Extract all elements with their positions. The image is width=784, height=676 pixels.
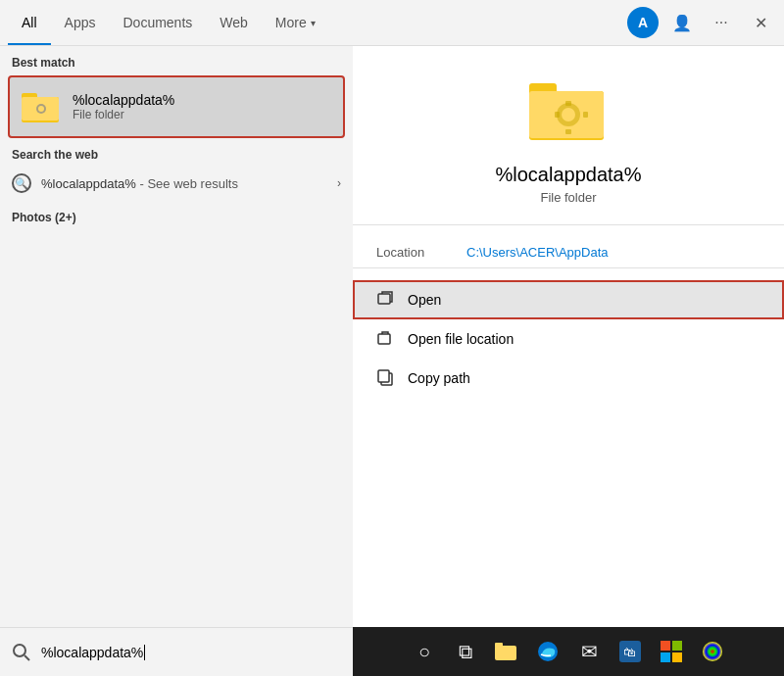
- svg-rect-11: [565, 129, 571, 134]
- divider: [353, 224, 784, 225]
- location-label: Location: [376, 245, 455, 260]
- header-controls: A 👤 ··· ✕: [627, 7, 776, 38]
- tab-all[interactable]: All: [8, 0, 51, 45]
- svg-line-19: [24, 655, 29, 660]
- svg-point-9: [562, 108, 575, 121]
- result-title: %localappdata%: [496, 164, 642, 186]
- taskbar-mail-icon[interactable]: ✉: [571, 634, 607, 669]
- taskbar-tiles-icon[interactable]: [654, 634, 689, 669]
- taskbar: ○ ⧉ ✉ 🛍: [353, 627, 784, 676]
- copy-path-button[interactable]: Copy path: [353, 359, 784, 398]
- left-panel: Best match %localappdata%: [0, 46, 353, 676]
- open-file-location-button[interactable]: Open file location: [353, 319, 784, 359]
- result-subtitle: File folder: [540, 190, 596, 205]
- location-value[interactable]: C:\Users\ACER\AppData: [466, 245, 609, 260]
- person-icon[interactable]: 👤: [666, 7, 698, 38]
- taskbar-taskview-icon[interactable]: ⧉: [448, 634, 483, 669]
- divider2: [353, 267, 784, 268]
- taskbar-folder-icon[interactable]: [489, 634, 524, 669]
- open-file-location-icon: [376, 329, 396, 349]
- svg-rect-10: [565, 101, 571, 106]
- svg-point-4: [38, 106, 44, 112]
- svg-point-29: [703, 642, 722, 661]
- svg-text:🛍: 🛍: [623, 645, 636, 659]
- svg-rect-15: [378, 334, 390, 344]
- taskbar-store-icon[interactable]: 🛍: [612, 634, 648, 669]
- copy-path-label: Copy path: [408, 370, 470, 386]
- best-match-subtitle: File folder: [73, 108, 174, 121]
- best-match-label: Best match: [0, 46, 353, 75]
- tab-documents[interactable]: Documents: [109, 0, 206, 45]
- tab-bar: All Apps Documents Web More ▾ A 👤 ··· ✕: [0, 0, 784, 46]
- best-match-title: %localappdata%: [73, 92, 174, 108]
- search-icon: 🔍: [12, 173, 31, 193]
- cursor: [144, 645, 145, 660]
- more-dots-button[interactable]: ···: [706, 7, 737, 38]
- svg-rect-13: [583, 112, 588, 118]
- svg-rect-27: [661, 652, 670, 662]
- open-icon: [376, 290, 396, 310]
- avatar[interactable]: A: [627, 7, 659, 38]
- open-file-location-label: Open file location: [408, 331, 514, 347]
- svg-rect-21: [495, 643, 503, 648]
- search-icon-bottom: [12, 643, 31, 662]
- svg-rect-20: [495, 646, 516, 660]
- folder-gear-icon: [22, 89, 61, 124]
- chevron-right-icon: ›: [337, 176, 341, 190]
- svg-rect-17: [378, 370, 389, 382]
- svg-rect-14: [378, 294, 390, 304]
- best-match-text: %localappdata% File folder: [73, 92, 174, 121]
- web-result-text: %localappdata% - See web results: [41, 176, 337, 191]
- location-row: Location C:\Users\ACER\AppData: [353, 237, 784, 267]
- photos-label: Photos (2+): [0, 201, 353, 228]
- taskbar-edge-icon[interactable]: [530, 634, 565, 669]
- open-button[interactable]: Open: [353, 280, 784, 319]
- content-area: Best match %localappdata%: [0, 46, 784, 676]
- search-query: %localappdata%: [41, 645, 143, 660]
- tab-more[interactable]: More ▾: [262, 0, 329, 45]
- right-panel: %localappdata% File folder Location C:\U…: [353, 46, 784, 676]
- search-bar: %localappdata%: [0, 627, 353, 676]
- svg-rect-28: [672, 652, 682, 662]
- tab-web[interactable]: Web: [206, 0, 262, 45]
- result-folder-icon: [529, 75, 608, 144]
- svg-rect-12: [555, 112, 560, 118]
- web-result-item[interactable]: 🔍 %localappdata% - See web results ›: [0, 166, 353, 201]
- search-web-label: Search the web: [0, 138, 353, 166]
- best-match-item[interactable]: %localappdata% File folder: [8, 75, 345, 138]
- folder-icon: [22, 87, 61, 126]
- svg-rect-25: [661, 641, 670, 651]
- tab-apps[interactable]: Apps: [51, 0, 110, 45]
- close-button[interactable]: ✕: [745, 7, 776, 38]
- chevron-down-icon: ▾: [311, 18, 316, 28]
- taskbar-search-icon[interactable]: ○: [407, 634, 442, 669]
- taskbar-color-icon[interactable]: [695, 634, 730, 669]
- result-icon-area: [529, 75, 608, 148]
- open-label: Open: [408, 292, 441, 308]
- copy-path-icon: [376, 368, 396, 388]
- svg-point-18: [14, 645, 25, 656]
- svg-rect-26: [672, 641, 682, 651]
